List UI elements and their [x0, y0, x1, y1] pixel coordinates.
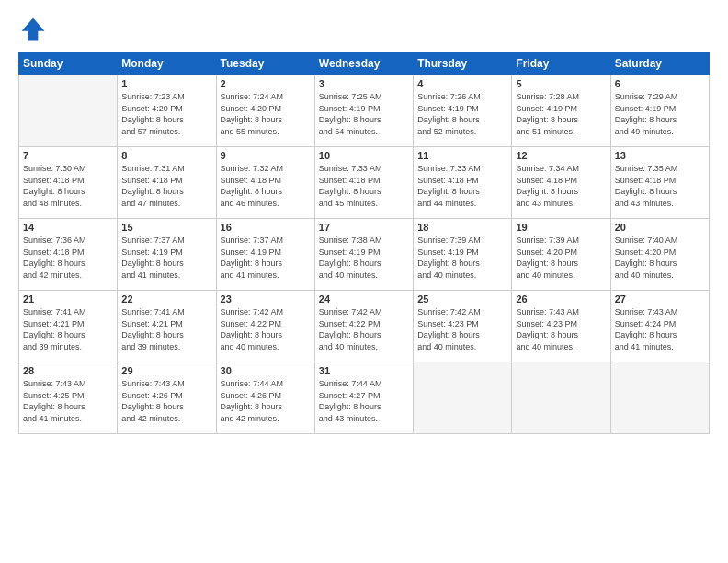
day-info: Sunrise: 7:35 AM Sunset: 4:18 PM Dayligh…	[615, 163, 705, 209]
day-number: 30	[221, 365, 311, 376]
day-info: Sunrise: 7:37 AM Sunset: 4:19 PM Dayligh…	[121, 235, 211, 281]
weekday-header-wednesday: Wednesday	[314, 52, 413, 75]
calendar-week-3: 21Sunrise: 7:41 AM Sunset: 4:21 PM Dayli…	[19, 291, 710, 362]
weekday-header-friday: Friday	[512, 52, 610, 75]
day-number: 4	[417, 78, 507, 89]
day-info: Sunrise: 7:33 AM Sunset: 4:18 PM Dayligh…	[417, 163, 507, 209]
calendar-body: 1Sunrise: 7:23 AM Sunset: 4:20 PM Daylig…	[19, 75, 710, 434]
day-info: Sunrise: 7:39 AM Sunset: 4:19 PM Dayligh…	[417, 235, 507, 281]
day-number: 16	[221, 222, 311, 233]
calendar-cell: 16Sunrise: 7:37 AM Sunset: 4:19 PM Dayli…	[216, 219, 314, 291]
day-info: Sunrise: 7:42 AM Sunset: 4:22 PM Dayligh…	[221, 306, 311, 352]
day-number: 8	[121, 150, 211, 161]
page: SundayMondayTuesdayWednesdayThursdayFrid…	[0, 0, 728, 563]
day-number: 28	[23, 365, 113, 376]
day-info: Sunrise: 7:42 AM Sunset: 4:23 PM Dayligh…	[417, 306, 507, 352]
day-info: Sunrise: 7:42 AM Sunset: 4:22 PM Dayligh…	[319, 306, 409, 352]
calendar-cell: 6Sunrise: 7:29 AM Sunset: 4:19 PM Daylig…	[610, 75, 709, 147]
weekday-header-thursday: Thursday	[414, 52, 512, 75]
weekday-header-monday: Monday	[118, 52, 216, 75]
calendar-cell	[610, 362, 709, 434]
calendar-week-2: 14Sunrise: 7:36 AM Sunset: 4:18 PM Dayli…	[19, 219, 710, 291]
calendar-cell: 1Sunrise: 7:23 AM Sunset: 4:20 PM Daylig…	[118, 75, 216, 147]
calendar-cell: 7Sunrise: 7:30 AM Sunset: 4:18 PM Daylig…	[19, 147, 118, 219]
day-info: Sunrise: 7:43 AM Sunset: 4:24 PM Dayligh…	[615, 306, 705, 352]
logo	[18, 15, 51, 44]
day-info: Sunrise: 7:26 AM Sunset: 4:19 PM Dayligh…	[417, 91, 507, 137]
logo-icon	[18, 15, 48, 44]
day-number: 6	[615, 78, 705, 89]
calendar-cell: 10Sunrise: 7:33 AM Sunset: 4:18 PM Dayli…	[314, 147, 413, 219]
weekday-header-saturday: Saturday	[610, 52, 709, 75]
day-info: Sunrise: 7:44 AM Sunset: 4:27 PM Dayligh…	[319, 378, 409, 424]
day-number: 15	[121, 222, 211, 233]
day-info: Sunrise: 7:33 AM Sunset: 4:18 PM Dayligh…	[319, 163, 409, 209]
calendar-cell: 13Sunrise: 7:35 AM Sunset: 4:18 PM Dayli…	[610, 147, 709, 219]
calendar-cell: 29Sunrise: 7:43 AM Sunset: 4:26 PM Dayli…	[118, 362, 216, 434]
day-number: 17	[319, 222, 409, 233]
day-number: 18	[417, 222, 507, 233]
day-number: 24	[319, 293, 409, 304]
calendar-cell	[19, 75, 118, 147]
day-info: Sunrise: 7:40 AM Sunset: 4:20 PM Dayligh…	[615, 235, 705, 281]
calendar-cell: 30Sunrise: 7:44 AM Sunset: 4:26 PM Dayli…	[216, 362, 314, 434]
calendar-cell: 21Sunrise: 7:41 AM Sunset: 4:21 PM Dayli…	[19, 291, 118, 362]
day-number: 10	[319, 150, 409, 161]
calendar-cell: 22Sunrise: 7:41 AM Sunset: 4:21 PM Dayli…	[118, 291, 216, 362]
day-number: 23	[221, 293, 311, 304]
calendar-cell: 25Sunrise: 7:42 AM Sunset: 4:23 PM Dayli…	[414, 291, 512, 362]
day-number: 1	[121, 78, 211, 89]
calendar-cell: 19Sunrise: 7:39 AM Sunset: 4:20 PM Dayli…	[512, 219, 610, 291]
day-info: Sunrise: 7:34 AM Sunset: 4:18 PM Dayligh…	[516, 163, 606, 209]
day-number: 5	[516, 78, 606, 89]
day-number: 3	[319, 78, 409, 89]
day-number: 7	[23, 150, 113, 161]
day-info: Sunrise: 7:41 AM Sunset: 4:21 PM Dayligh…	[121, 306, 211, 352]
day-info: Sunrise: 7:24 AM Sunset: 4:20 PM Dayligh…	[221, 91, 311, 137]
calendar-cell: 31Sunrise: 7:44 AM Sunset: 4:27 PM Dayli…	[314, 362, 413, 434]
calendar-cell: 23Sunrise: 7:42 AM Sunset: 4:22 PM Dayli…	[216, 291, 314, 362]
calendar-cell: 15Sunrise: 7:37 AM Sunset: 4:19 PM Dayli…	[118, 219, 216, 291]
calendar-cell	[512, 362, 610, 434]
day-info: Sunrise: 7:38 AM Sunset: 4:19 PM Dayligh…	[319, 235, 409, 281]
day-info: Sunrise: 7:36 AM Sunset: 4:18 PM Dayligh…	[23, 235, 113, 281]
calendar-cell: 17Sunrise: 7:38 AM Sunset: 4:19 PM Dayli…	[314, 219, 413, 291]
day-info: Sunrise: 7:43 AM Sunset: 4:25 PM Dayligh…	[23, 378, 113, 424]
calendar-cell: 3Sunrise: 7:25 AM Sunset: 4:19 PM Daylig…	[314, 75, 413, 147]
weekday-row: SundayMondayTuesdayWednesdayThursdayFrid…	[19, 52, 710, 75]
day-info: Sunrise: 7:28 AM Sunset: 4:19 PM Dayligh…	[516, 91, 606, 137]
day-number: 20	[615, 222, 705, 233]
calendar-cell: 20Sunrise: 7:40 AM Sunset: 4:20 PM Dayli…	[610, 219, 709, 291]
calendar-cell: 11Sunrise: 7:33 AM Sunset: 4:18 PM Dayli…	[414, 147, 512, 219]
day-number: 21	[23, 293, 113, 304]
day-info: Sunrise: 7:30 AM Sunset: 4:18 PM Dayligh…	[23, 163, 113, 209]
day-info: Sunrise: 7:43 AM Sunset: 4:23 PM Dayligh…	[516, 306, 606, 352]
calendar-cell: 9Sunrise: 7:32 AM Sunset: 4:18 PM Daylig…	[216, 147, 314, 219]
calendar-cell: 18Sunrise: 7:39 AM Sunset: 4:19 PM Dayli…	[414, 219, 512, 291]
weekday-header-tuesday: Tuesday	[216, 52, 314, 75]
calendar-cell: 12Sunrise: 7:34 AM Sunset: 4:18 PM Dayli…	[512, 147, 610, 219]
day-info: Sunrise: 7:41 AM Sunset: 4:21 PM Dayligh…	[23, 306, 113, 352]
calendar-week-0: 1Sunrise: 7:23 AM Sunset: 4:20 PM Daylig…	[19, 75, 710, 147]
day-info: Sunrise: 7:43 AM Sunset: 4:26 PM Dayligh…	[121, 378, 211, 424]
calendar-cell: 26Sunrise: 7:43 AM Sunset: 4:23 PM Dayli…	[512, 291, 610, 362]
day-number: 2	[221, 78, 311, 89]
calendar-week-4: 28Sunrise: 7:43 AM Sunset: 4:25 PM Dayli…	[19, 362, 710, 434]
calendar-cell: 5Sunrise: 7:28 AM Sunset: 4:19 PM Daylig…	[512, 75, 610, 147]
day-number: 13	[615, 150, 705, 161]
day-number: 26	[516, 293, 606, 304]
weekday-header-sunday: Sunday	[19, 52, 118, 75]
svg-marker-0	[22, 18, 45, 41]
day-info: Sunrise: 7:32 AM Sunset: 4:18 PM Dayligh…	[221, 163, 311, 209]
calendar-header: SundayMondayTuesdayWednesdayThursdayFrid…	[19, 52, 710, 75]
day-number: 11	[417, 150, 507, 161]
day-number: 9	[221, 150, 311, 161]
day-info: Sunrise: 7:39 AM Sunset: 4:20 PM Dayligh…	[516, 235, 606, 281]
calendar-cell: 28Sunrise: 7:43 AM Sunset: 4:25 PM Dayli…	[19, 362, 118, 434]
day-number: 14	[23, 222, 113, 233]
day-number: 27	[615, 293, 705, 304]
day-info: Sunrise: 7:44 AM Sunset: 4:26 PM Dayligh…	[221, 378, 311, 424]
calendar-cell: 27Sunrise: 7:43 AM Sunset: 4:24 PM Dayli…	[610, 291, 709, 362]
calendar-cell: 24Sunrise: 7:42 AM Sunset: 4:22 PM Dayli…	[314, 291, 413, 362]
day-number: 29	[121, 365, 211, 376]
